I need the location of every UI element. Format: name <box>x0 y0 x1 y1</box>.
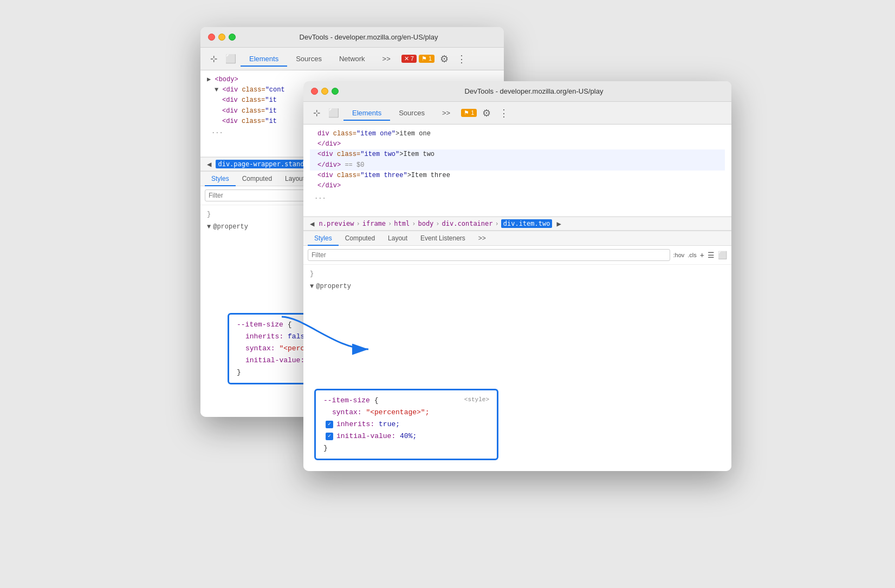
settings-icon-front[interactable]: ⚙ <box>479 106 494 121</box>
tab-sources-front[interactable]: Sources <box>390 106 433 120</box>
tab-computed-front[interactable]: Computed <box>339 231 381 245</box>
breadcrumb-back-arrow-front[interactable]: ◀ <box>308 219 316 228</box>
maximize-button-back[interactable] <box>229 34 236 41</box>
hl-front-line3: ✓ inherits: true; <box>323 419 489 430</box>
inspector-icon-front[interactable]: ⊹ <box>309 106 324 121</box>
tab-styles-front[interactable]: Styles <box>308 231 339 245</box>
error-badge-back: ✕ 7 <box>401 55 417 63</box>
breadcrumb-front: ◀ n.preview › iframe › html › body › div… <box>303 217 731 231</box>
toolbar-front: ⊹ ⬜ Elements Sources >> ⚑ 1 ⚙ ⋮ <box>303 102 731 125</box>
hl-front-line1: <style> --item-size { <box>323 395 489 407</box>
toolbar-back: ⊹ ⬜ Elements Sources Network >> ✕ 7 ⚑ 1 … <box>200 48 504 70</box>
ellipsis-front: ... <box>310 191 725 202</box>
breadcrumb-item-html[interactable]: html <box>394 220 410 227</box>
tab-sources-back[interactable]: Sources <box>287 51 330 66</box>
tree-front-line3: <div class="item two">Item two <box>310 149 725 160</box>
source-tag: <style> <box>464 395 489 405</box>
breadcrumb-item-container[interactable]: div.container <box>442 220 493 227</box>
minimize-button-back[interactable] <box>218 34 225 41</box>
window-title-back: DevTools - developer.mozilla.org/en-US/p… <box>241 33 496 41</box>
tab-elements-front[interactable]: Elements <box>343 106 390 120</box>
breadcrumb-item-body[interactable]: body <box>418 220 433 227</box>
lower-panel-front: Styles Computed Layout Event Listeners >… <box>303 231 731 471</box>
breadcrumb-item-iframe[interactable]: iframe <box>362 220 386 227</box>
tree-front-line4: </div> == $0 <box>310 160 725 171</box>
highlight-box-front: <style> --item-size { syntax: "<percenta… <box>314 389 498 460</box>
titlebar-front: DevTools - developer.mozilla.org/en-US/p… <box>303 81 731 102</box>
tree-front-line5: <div class="item three">Item three <box>310 171 725 181</box>
breadcrumb-back-arrow[interactable]: ◀ <box>205 160 213 168</box>
filter-input-front[interactable] <box>308 249 670 261</box>
titlebar-back: DevTools - developer.mozilla.org/en-US/p… <box>200 27 504 48</box>
checkbox-inherits[interactable]: ✓ <box>326 421 333 428</box>
breadcrumb-selected-front[interactable]: div.item.two <box>501 219 553 228</box>
tab-bar-back: Elements Sources Network >> <box>241 51 399 66</box>
minimize-button-front[interactable] <box>321 88 328 95</box>
device-icon[interactable]: ⬜ <box>223 51 238 67</box>
close-button-front[interactable] <box>311 88 318 95</box>
devtools-window-front: DevTools - developer.mozilla.org/en-US/p… <box>303 81 731 471</box>
settings-icon-back[interactable]: ⚙ <box>437 51 452 67</box>
warning-badge-back: ⚑ 1 <box>419 55 434 63</box>
tab-more-lower-front[interactable]: >> <box>472 231 492 245</box>
traffic-lights-front[interactable] <box>311 88 339 95</box>
styles-content-front: } ▼ @property <box>303 265 731 296</box>
hl-front-line4: ✓ initial-value: 40%; <box>323 430 489 442</box>
tree-front-line2: </div> <box>310 139 725 149</box>
tab-eventlis-front[interactable]: Event Listeners <box>414 231 472 245</box>
add-button[interactable]: + <box>700 251 704 259</box>
tab-network-back[interactable]: Network <box>330 51 374 66</box>
tab-elements-back[interactable]: Elements <box>241 51 287 66</box>
tab-layout-front[interactable]: Layout <box>381 231 414 245</box>
tree-front-line1: div class="item one">item one <box>310 129 725 139</box>
window-title-front: DevTools - developer.mozilla.org/en-US/p… <box>344 87 724 95</box>
section-header-front: ▼ @property <box>310 282 725 292</box>
checkbox-initial-value[interactable]: ✓ <box>326 433 333 440</box>
traffic-lights-back[interactable] <box>208 34 236 41</box>
more-icon-back[interactable]: ⋮ <box>454 51 469 67</box>
panel-icon[interactable]: ⬜ <box>718 251 727 259</box>
filter-bar-front: :hov .cls + ☰ ⬜ <box>303 246 731 265</box>
inspector-icon[interactable]: ⊹ <box>206 51 221 67</box>
tab-computed-back[interactable]: Computed <box>236 172 278 186</box>
maximize-button-front[interactable] <box>332 88 339 95</box>
breadcrumb-item-preview[interactable]: n.preview <box>319 220 354 227</box>
breadcrumb-forward-arrow-front[interactable]: ▶ <box>554 219 563 228</box>
hl-front-line5: } <box>323 442 489 454</box>
hov-button[interactable]: :hov <box>673 252 685 258</box>
list-icon[interactable]: ☰ <box>708 251 715 259</box>
device-icon-front[interactable]: ⬜ <box>326 106 341 121</box>
tab-styles-back[interactable]: Styles <box>205 172 236 186</box>
hl-front-line2: syntax: "<percentage>"; <box>323 407 489 419</box>
tree-front-line6: </div> <box>310 181 725 191</box>
cls-button[interactable]: .cls <box>688 252 697 258</box>
close-button-back[interactable] <box>208 34 215 41</box>
tab-bar-front: Elements Sources >> <box>343 106 459 120</box>
elements-tree-front: div class="item one">item one </div> <di… <box>303 125 731 217</box>
warning-badge-front: ⚑ 1 <box>461 109 477 117</box>
lower-tabs-front: Styles Computed Layout Event Listeners >… <box>303 231 731 246</box>
tab-more-front[interactable]: >> <box>433 106 459 120</box>
more-icon-front[interactable]: ⋮ <box>496 106 511 121</box>
tab-more-back[interactable]: >> <box>374 51 399 66</box>
